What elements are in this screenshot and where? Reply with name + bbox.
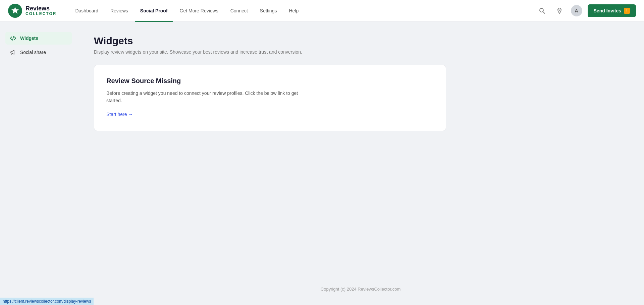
- sidebar-widgets-label: Widgets: [20, 36, 38, 41]
- page-subtitle: Display review widgets on your site. Sho…: [94, 49, 627, 55]
- nav-item-reviews[interactable]: Reviews: [105, 5, 133, 16]
- search-button[interactable]: [536, 5, 548, 17]
- sidebar-item-widgets[interactable]: Widgets: [5, 32, 72, 45]
- svg-line-4: [12, 36, 14, 40]
- logo-collector-label: COLLECTOR: [25, 12, 56, 16]
- nav-item-dashboard[interactable]: Dashboard: [70, 5, 104, 16]
- main-content: Widgets Display review widgets on your s…: [77, 22, 644, 305]
- main-nav: Dashboard Reviews Social Proof Get More …: [70, 5, 536, 16]
- user-avatar[interactable]: A: [571, 5, 582, 16]
- review-source-card: Review Source Missing Before creating a …: [94, 65, 446, 131]
- footer: Copyright (c) 2024 ReviewsCollector.com: [77, 280, 644, 298]
- start-here-link[interactable]: Start here →: [106, 112, 133, 117]
- svg-marker-0: [11, 7, 19, 14]
- nav-item-get-more-reviews[interactable]: Get More Reviews: [174, 5, 224, 16]
- logo-text: Reviews COLLECTOR: [25, 5, 56, 16]
- status-bar-url: https://client.reviewscollector.com/disp…: [0, 298, 94, 305]
- card-description: Before creating a widget you need to con…: [106, 89, 314, 105]
- main-layout: Widgets Social share Widgets Display rev…: [0, 22, 644, 305]
- location-button[interactable]: [553, 5, 566, 17]
- nav-item-connect[interactable]: Connect: [225, 5, 253, 16]
- svg-line-2: [543, 12, 545, 13]
- svg-point-1: [540, 8, 543, 12]
- send-invites-button[interactable]: Send Invites !: [588, 4, 636, 17]
- nav-item-settings[interactable]: Settings: [255, 5, 282, 16]
- logo[interactable]: Reviews COLLECTOR: [8, 4, 56, 18]
- nav-item-social-proof[interactable]: Social Proof: [135, 5, 173, 16]
- nav-item-help[interactable]: Help: [283, 5, 304, 16]
- page-title: Widgets: [94, 35, 627, 47]
- code-icon: [10, 35, 16, 41]
- megaphone-icon: [10, 49, 16, 55]
- sidebar-social-share-label: Social share: [20, 50, 46, 55]
- header: Reviews COLLECTOR Dashboard Reviews Soci…: [0, 0, 644, 22]
- footer-copyright: Copyright (c) 2024 ReviewsCollector.com: [321, 287, 400, 292]
- logo-reviews-label: Reviews: [25, 5, 56, 12]
- header-right: A Send Invites !: [536, 4, 636, 17]
- sidebar: Widgets Social share: [0, 22, 77, 305]
- warning-icon: !: [624, 8, 630, 14]
- card-title: Review Source Missing: [106, 77, 434, 85]
- logo-icon: [8, 4, 22, 18]
- svg-point-3: [559, 9, 560, 10]
- sidebar-item-social-share[interactable]: Social share: [5, 46, 72, 59]
